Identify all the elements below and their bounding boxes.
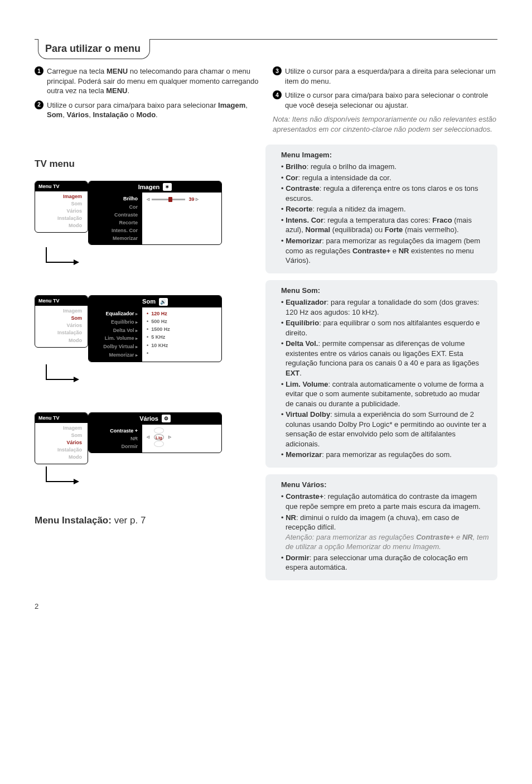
menu-cell-head: Menu TV — [35, 181, 88, 191]
arrow-icon — [46, 364, 75, 380]
value-row: • — [147, 349, 217, 357]
info-item: Intens. Cor: regula a temperatura das co… — [281, 215, 490, 235]
pane-icon: 🔊 — [159, 298, 168, 306]
section-header: Para utilizar o menu — [35, 39, 497, 60]
menu-diagram: Menu TVImagemSomVáriosInstalaçãoModoVári… — [35, 412, 252, 482]
menu-item: Imagem — [38, 425, 84, 432]
pane-head: Vários⚙ — [89, 413, 221, 425]
menu-item: Modo — [38, 454, 84, 461]
install-heading: Menu Instalação: ver p. 7 — [35, 514, 252, 527]
value-row: • 500 Hz — [147, 318, 217, 325]
step-number: 2 — [35, 100, 43, 109]
pane-row: Memorizar — [92, 234, 139, 242]
step-text: Utilize o cursor para cima/para baixo pa… — [46, 100, 259, 120]
info-item: Cor: regula a intensidade da cor. — [281, 173, 490, 183]
step-text: Carregue na tecla MENU no telecomando pa… — [46, 66, 259, 96]
info-title: Menu Som: — [281, 286, 490, 296]
pane-row: Dolby Virtual ▸ — [92, 343, 139, 351]
menu-item: Instalação — [38, 446, 84, 454]
info-item: Equalizador: para regular a tonalidade d… — [281, 297, 490, 317]
pane-right: ◃ 39 ▹ — [142, 193, 221, 244]
steps-block: 1Carregue na tecla MENU no telecomando p… — [35, 66, 497, 134]
menu-item: Imagem — [38, 193, 84, 200]
menu-item: Vários — [38, 208, 84, 215]
pane-row: Lim. Volume ▸ — [92, 334, 139, 343]
menu-item: Vários — [38, 322, 84, 329]
info-box-som: Menu Som: Equalizador: para regular a to… — [265, 280, 497, 468]
info-item: Delta Vol.: permite compensar as diferen… — [281, 339, 490, 378]
info-item: Contraste+: regulação automática do cont… — [281, 492, 490, 511]
info-item: Recorte: regula a nitidez da imagem. — [281, 204, 490, 214]
pane-row: Equalizador ▸ — [92, 310, 139, 318]
info-title: Menu Vários: — [281, 480, 490, 490]
pane-head: Som🔊 — [89, 296, 221, 307]
value-row: • 5 KHz — [147, 333, 217, 341]
page-number: 2 — [35, 602, 497, 612]
selected-value: Lig — [154, 434, 164, 440]
menu-diagram: Menu TVImagemSomVáriosInstalaçãoModoSom🔊… — [35, 295, 252, 380]
step-number: 1 — [35, 66, 43, 75]
pane: Som🔊Equalizador ▸Equilíbrio ▸Delta Vol ▸… — [88, 295, 222, 362]
pane-icon: ⚙ — [162, 415, 171, 422]
arrow-icon — [46, 247, 75, 263]
step-text: Utilize o cursor para cima/para baixo pa… — [284, 90, 497, 110]
info-item: Virtual Dolby: simula a experiência do s… — [281, 410, 490, 449]
pane-row: Recorte — [92, 219, 139, 227]
step-item: 3Utilize o cursor para a esquerda/para a… — [273, 66, 497, 86]
info-title: Menu Imagem: — [281, 150, 490, 160]
slider — [152, 199, 185, 200]
pane-row: Cor — [92, 203, 139, 211]
pane-head: Imagen✶ — [89, 181, 221, 193]
info-item: Memorizar: para memorizar as regulações … — [281, 450, 490, 460]
step-number: 4 — [273, 90, 282, 99]
menu-item: Som — [38, 315, 84, 322]
menu-diagram: Menu TVImagemSomVáriosInstalaçãoModoImag… — [35, 181, 252, 263]
pane-left: BrilhoCorContrasteRecorteIntens. CorMemo… — [89, 193, 142, 244]
info-item: Equilíbrio: para equilibrar o som nos al… — [281, 318, 490, 338]
info-box-varios: Menu Vários: Contraste+: regulação autom… — [265, 474, 497, 580]
step-item: 1Carregue na tecla MENU no telecomando p… — [35, 66, 259, 96]
pane-right: • 120 Hz• 500 Hz• 1500 Hz• 5 KHz• 10 KHz… — [142, 307, 221, 362]
step-number: 3 — [273, 66, 282, 75]
arrow-icon — [46, 466, 75, 482]
menu-item: Instalação — [38, 215, 84, 222]
menu-item: Modo — [38, 337, 84, 344]
menu-cell-head: Menu TV — [35, 296, 88, 306]
note-text: Nota: Itens não disponíveis temporariame… — [273, 114, 497, 134]
info-item: Contraste: regula a diferença entre os t… — [281, 184, 490, 203]
pane-row: Intens. Cor — [92, 227, 139, 234]
pane-icon: ✶ — [163, 183, 172, 191]
pane-row: Delta Vol ▸ — [92, 326, 139, 335]
step-item: 4Utilize o cursor para cima/para baixo p… — [273, 90, 497, 110]
info-item: Brilho: regula o brilho da imagem. — [281, 162, 490, 172]
info-item: NR: diminui o ruído da imagem (a chuva),… — [281, 513, 490, 552]
info-item: Memorizar: para memorizar as regulações … — [281, 236, 490, 266]
menu-cell: Menu TVImagemSomVáriosInstalaçãoModo — [35, 295, 88, 347]
pane-row: Equilíbrio ▸ — [92, 318, 139, 326]
menu-item: Som — [38, 432, 84, 439]
menu-item: Modo — [38, 222, 84, 229]
pane-row: Memorizar ▸ — [92, 351, 139, 359]
section-title: Para utilizar o menu — [38, 39, 150, 59]
pane-left: Contraste +NRDormir — [89, 425, 142, 453]
info-box-imagem: Menu Imagem: Brilho: regula o brilho da … — [265, 145, 497, 273]
menu-item: Vários — [38, 439, 84, 446]
pane: Imagen✶BrilhoCorContrasteRecorteIntens. … — [88, 181, 222, 246]
info-item: Dormir: para seleccionar uma duração de … — [281, 553, 490, 573]
pane-row: Contraste + — [92, 427, 139, 435]
step-text: Utilize o cursor para a esquerda/para a … — [284, 66, 497, 86]
value-row: • 1500 Hz — [147, 325, 217, 333]
menu-cell: Menu TVImagemSomVáriosInstalaçãoModo — [35, 412, 88, 464]
menu-cell-head: Menu TV — [35, 413, 88, 423]
step-item: 2Utilize o cursor para cima/para baixo p… — [35, 100, 259, 120]
pane-row: NR — [92, 435, 139, 442]
pane-row: Dormir — [92, 442, 139, 450]
menu-item: Som — [38, 200, 84, 208]
pane-row: Brilho — [92, 195, 139, 203]
pane-left: Equalizador ▸Equilíbrio ▸Delta Vol ▸Lim.… — [89, 307, 142, 362]
pane: Vários⚙Contraste +NRDormir◃Lig▹ — [88, 412, 222, 453]
menu-cell: Menu TVImagemSomVáriosInstalaçãoModo — [35, 181, 88, 233]
value-row: • 120 Hz — [147, 310, 217, 318]
pane-right: ◃Lig▹ — [142, 425, 221, 453]
info-item: Lim. Volume: contrala automaticamente o … — [281, 379, 490, 409]
